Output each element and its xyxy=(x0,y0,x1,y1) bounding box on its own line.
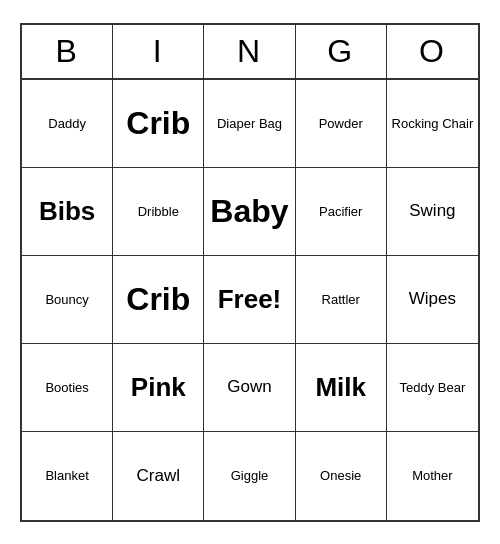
bingo-cell-7: Baby xyxy=(204,168,295,256)
bingo-cell-0: Daddy xyxy=(22,80,113,168)
header-letter-n: N xyxy=(204,25,295,78)
header-letter-o: O xyxy=(387,25,478,78)
bingo-header: BINGO xyxy=(22,25,478,80)
bingo-cell-22: Giggle xyxy=(204,432,295,520)
bingo-cell-13: Rattler xyxy=(296,256,387,344)
bingo-cell-4: Rocking Chair xyxy=(387,80,478,168)
bingo-cell-15: Booties xyxy=(22,344,113,432)
bingo-cell-19: Teddy Bear xyxy=(387,344,478,432)
bingo-cell-5: Bibs xyxy=(22,168,113,256)
bingo-cell-10: Bouncy xyxy=(22,256,113,344)
bingo-cell-23: Onesie xyxy=(296,432,387,520)
header-letter-i: I xyxy=(113,25,204,78)
bingo-cell-11: Crib xyxy=(113,256,204,344)
header-letter-g: G xyxy=(296,25,387,78)
bingo-cell-12: Free! xyxy=(204,256,295,344)
bingo-cell-3: Powder xyxy=(296,80,387,168)
bingo-card: BINGO DaddyCribDiaper BagPowderRocking C… xyxy=(20,23,480,522)
bingo-cell-9: Swing xyxy=(387,168,478,256)
header-letter-b: B xyxy=(22,25,113,78)
bingo-cell-1: Crib xyxy=(113,80,204,168)
bingo-cell-20: Blanket xyxy=(22,432,113,520)
bingo-cell-8: Pacifier xyxy=(296,168,387,256)
bingo-cell-14: Wipes xyxy=(387,256,478,344)
bingo-cell-18: Milk xyxy=(296,344,387,432)
bingo-cell-24: Mother xyxy=(387,432,478,520)
bingo-cell-16: Pink xyxy=(113,344,204,432)
bingo-grid: DaddyCribDiaper BagPowderRocking ChairBi… xyxy=(22,80,478,520)
bingo-cell-2: Diaper Bag xyxy=(204,80,295,168)
bingo-cell-17: Gown xyxy=(204,344,295,432)
bingo-cell-6: Dribble xyxy=(113,168,204,256)
bingo-cell-21: Crawl xyxy=(113,432,204,520)
